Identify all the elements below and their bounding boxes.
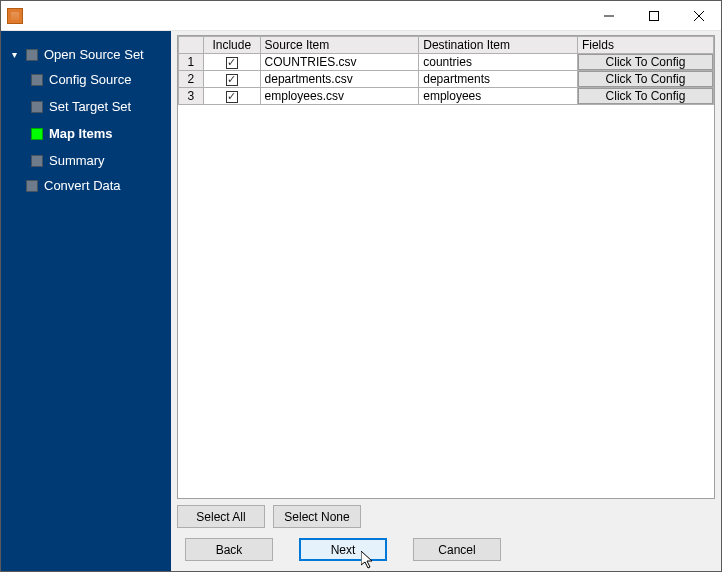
- include-checkbox[interactable]: [226, 74, 238, 86]
- step-convert-data[interactable]: Convert Data: [9, 174, 165, 197]
- include-cell: [203, 71, 260, 88]
- step-label: Set Target Set: [49, 99, 131, 114]
- table-row: 3employees.csvemployeesClick To Config: [179, 88, 714, 105]
- step-set-target-set[interactable]: Set Target Set: [31, 93, 165, 120]
- destination-item-cell[interactable]: employees: [419, 88, 578, 105]
- step-status-box: [31, 155, 43, 167]
- window-close-button[interactable]: [676, 1, 721, 30]
- svg-rect-1: [649, 11, 658, 20]
- step-config-source[interactable]: Config Source: [31, 66, 165, 93]
- row-number: 3: [179, 88, 204, 105]
- col-header-include[interactable]: Include: [203, 37, 260, 54]
- app-icon: [7, 8, 23, 24]
- cancel-button[interactable]: Cancel: [413, 538, 501, 561]
- fields-cell: Click To Config: [577, 88, 713, 105]
- step-status-box: [26, 180, 38, 192]
- step-label: Summary: [49, 153, 105, 168]
- step-summary[interactable]: Summary: [31, 147, 165, 174]
- config-fields-button[interactable]: Click To Config: [578, 71, 713, 87]
- wizard-steps-sidebar: ▾ Open Source Set Config SourceSet Targe…: [1, 31, 171, 571]
- include-cell: [203, 88, 260, 105]
- source-item-cell[interactable]: departments.csv: [260, 71, 419, 88]
- source-item-cell[interactable]: employees.csv: [260, 88, 419, 105]
- window-titlebar: [1, 1, 721, 31]
- step-status-box: [31, 128, 43, 140]
- window-maximize-button[interactable]: [631, 1, 676, 30]
- row-number: 1: [179, 54, 204, 71]
- mapping-table-container: Include Source Item Destination Item Fie…: [177, 35, 715, 499]
- step-status-box: [31, 101, 43, 113]
- col-header-destination[interactable]: Destination Item: [419, 37, 578, 54]
- table-row: 2departments.csvdepartmentsClick To Conf…: [179, 71, 714, 88]
- include-checkbox[interactable]: [226, 91, 238, 103]
- step-label: Map Items: [49, 126, 113, 141]
- fields-cell: Click To Config: [577, 71, 713, 88]
- step-status-box: [26, 49, 38, 61]
- step-status-box: [31, 74, 43, 86]
- tree-collapse-icon[interactable]: ▾: [9, 49, 20, 60]
- include-cell: [203, 54, 260, 71]
- main-panel: Include Source Item Destination Item Fie…: [171, 31, 721, 571]
- row-number: 2: [179, 71, 204, 88]
- step-open-source-set[interactable]: ▾ Open Source Set: [9, 43, 165, 66]
- source-item-cell[interactable]: COUNTRIES.csv: [260, 54, 419, 71]
- col-header-fields[interactable]: Fields: [577, 37, 713, 54]
- row-number-header: [179, 37, 204, 54]
- step-map-items[interactable]: Map Items: [31, 120, 165, 147]
- include-checkbox[interactable]: [226, 57, 238, 69]
- step-label: Convert Data: [44, 178, 121, 193]
- next-button[interactable]: Next: [299, 538, 387, 561]
- config-fields-button[interactable]: Click To Config: [578, 88, 713, 104]
- window-minimize-button[interactable]: [586, 1, 631, 30]
- tree-leaf-icon: [9, 180, 20, 191]
- back-button[interactable]: Back: [185, 538, 273, 561]
- mapping-table: Include Source Item Destination Item Fie…: [178, 36, 714, 105]
- destination-item-cell[interactable]: countries: [419, 54, 578, 71]
- destination-item-cell[interactable]: departments: [419, 71, 578, 88]
- table-row: 1COUNTRIES.csvcountriesClick To Config: [179, 54, 714, 71]
- col-header-source[interactable]: Source Item: [260, 37, 419, 54]
- step-label: Open Source Set: [44, 47, 144, 62]
- select-all-button[interactable]: Select All: [177, 505, 265, 528]
- fields-cell: Click To Config: [577, 54, 713, 71]
- step-label: Config Source: [49, 72, 131, 87]
- config-fields-button[interactable]: Click To Config: [578, 54, 713, 70]
- select-none-button[interactable]: Select None: [273, 505, 361, 528]
